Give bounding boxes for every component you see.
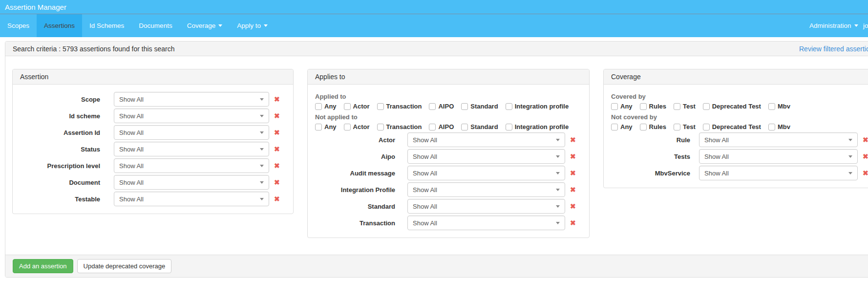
panel-title: Coverage	[604, 69, 868, 85]
review-filtered-assertions-link[interactable]: Review filtered assertions	[799, 45, 868, 53]
select-value: Show All	[119, 96, 144, 103]
clear-filter-icon[interactable]: ✖	[570, 219, 576, 226]
checkbox-box[interactable]	[611, 103, 618, 110]
not-applied-integration-profile-checkbox[interactable]: Integration profile	[506, 123, 569, 130]
checkbox-box[interactable]	[315, 124, 322, 130]
not-applied-standard-checkbox[interactable]: Standard	[461, 123, 498, 130]
clear-filter-icon[interactable]: ✖	[274, 195, 280, 202]
tab-coverage[interactable]: Coverage	[180, 14, 230, 37]
nav-username[interactable]: jo	[863, 14, 868, 37]
checkbox-box[interactable]	[429, 124, 436, 130]
clear-filter-icon[interactable]: ✖	[274, 129, 280, 136]
applied-integration-profile-checkbox[interactable]: Integration profile	[506, 103, 569, 110]
checkbox-label: Standard	[470, 123, 498, 130]
checkbox-box[interactable]	[640, 124, 647, 130]
id-scheme-filter-select[interactable]: Show All	[114, 108, 269, 123]
not-applied-transaction-checkbox[interactable]: Transaction	[377, 123, 422, 130]
tab-assertions[interactable]: Assertions	[37, 14, 82, 37]
clear-filter-icon[interactable]: ✖	[570, 203, 576, 210]
assertion-id-filter-select[interactable]: Show All	[114, 125, 269, 140]
not-covered-rules-checkbox[interactable]: Rules	[640, 123, 666, 130]
checkbox-box[interactable]	[674, 103, 680, 110]
add-assertion-button[interactable]: Add an assertion	[13, 259, 73, 273]
checkbox-box[interactable]	[640, 103, 647, 110]
not-applied-any-checkbox[interactable]: Any	[315, 123, 337, 130]
chevron-down-icon	[556, 189, 560, 191]
checkbox-box[interactable]	[461, 103, 468, 110]
tests-filter-select[interactable]: Show All	[699, 149, 858, 164]
tab-id-schemes[interactable]: Id Schemes	[82, 14, 131, 37]
covered-mbv-checkbox[interactable]: Mbv	[768, 103, 790, 110]
applied-actor-checkbox[interactable]: Actor	[344, 103, 370, 110]
checkbox-label: Test	[683, 123, 696, 130]
checkbox-box[interactable]	[344, 124, 351, 130]
covered-rules-checkbox[interactable]: Rules	[640, 103, 666, 110]
not-covered-deprecated-test-checkbox[interactable]: Deprecated Test	[703, 123, 761, 130]
covered-deprecated-test-checkbox[interactable]: Deprecated Test	[703, 103, 761, 110]
integration-profile-filter-select[interactable]: Show All	[407, 182, 565, 197]
checkbox-box[interactable]	[703, 103, 710, 110]
clear-filter-icon[interactable]: ✖	[274, 146, 280, 152]
tab-scopes[interactable]: Scopes	[0, 14, 37, 37]
clear-filter-icon[interactable]: ✖	[274, 96, 280, 103]
not-applied-aipo-checkbox[interactable]: AIPO	[429, 123, 454, 130]
prescription-level-filter-select[interactable]: Show All	[114, 158, 269, 173]
status-filter-select[interactable]: Show All	[114, 142, 269, 156]
nav-administration-menu[interactable]: Administration	[809, 14, 858, 37]
document-filter-select[interactable]: Show All	[114, 175, 269, 190]
checkbox-box[interactable]	[429, 103, 436, 110]
checkbox-label: Any	[620, 123, 633, 130]
chevron-down-icon	[260, 131, 264, 134]
app-title: Assertion Manager	[5, 3, 66, 11]
checkbox-box[interactable]	[611, 124, 618, 130]
mbvservice-filter-select[interactable]: Show All	[699, 166, 858, 180]
select-value: Show All	[413, 186, 437, 194]
not-applied-actor-checkbox[interactable]: Actor	[344, 123, 370, 130]
checkbox-box[interactable]	[344, 103, 351, 110]
covered-test-checkbox[interactable]: Test	[674, 103, 696, 110]
applied-standard-checkbox[interactable]: Standard	[461, 103, 498, 110]
clear-filter-icon[interactable]: ✖	[570, 136, 576, 143]
checkbox-box[interactable]	[377, 124, 384, 130]
scope-filter-select[interactable]: Show All	[114, 92, 269, 107]
actor-filter-select[interactable]: Show All	[407, 132, 565, 147]
clear-filter-icon[interactable]: ✖	[274, 162, 280, 169]
clear-filter-icon[interactable]: ✖	[274, 179, 280, 186]
applied-any-checkbox[interactable]: Any	[315, 103, 337, 110]
checkbox-box[interactable]	[768, 124, 775, 130]
checkbox-box[interactable]	[377, 103, 384, 110]
checkbox-box[interactable]	[506, 124, 512, 130]
checkbox-box[interactable]	[315, 103, 322, 110]
checkbox-box[interactable]	[506, 103, 512, 110]
tab-documents[interactable]: Documents	[131, 14, 179, 37]
clear-filter-icon[interactable]: ✖	[570, 186, 576, 193]
rule-filter-select[interactable]: Show All	[699, 132, 858, 147]
clear-filter-icon[interactable]: ✖	[570, 170, 576, 176]
covered-any-checkbox[interactable]: Any	[611, 103, 633, 110]
checkbox-box[interactable]	[461, 124, 468, 130]
testable-filter-select[interactable]: Show All	[114, 192, 269, 206]
main-nav: Scopes Assertions Id Schemes Documents C…	[0, 14, 868, 37]
tab-apply-to[interactable]: Apply to	[230, 14, 275, 37]
checkbox-box[interactable]	[703, 124, 710, 130]
clear-filter-icon[interactable]: ✖	[863, 170, 868, 176]
applied-transaction-checkbox[interactable]: Transaction	[377, 103, 422, 110]
not-covered-test-checkbox[interactable]: Test	[674, 123, 696, 130]
tab-label: Documents	[139, 22, 172, 29]
clear-filter-icon[interactable]: ✖	[570, 153, 576, 160]
checkbox-box[interactable]	[768, 103, 775, 110]
aipo-filter-select[interactable]: Show All	[407, 149, 565, 164]
clear-filter-icon[interactable]: ✖	[863, 136, 868, 143]
not-covered-mbv-checkbox[interactable]: Mbv	[768, 123, 790, 130]
audit-message-filter-select[interactable]: Show All	[407, 166, 565, 180]
not-covered-any-checkbox[interactable]: Any	[611, 123, 633, 130]
checkbox-box[interactable]	[674, 124, 680, 130]
field-label: Status	[20, 146, 100, 153]
clear-filter-icon[interactable]: ✖	[274, 112, 280, 119]
clear-filter-icon[interactable]: ✖	[863, 153, 868, 160]
applied-aipo-checkbox[interactable]: AIPO	[429, 103, 454, 110]
tab-label: Assertions	[44, 22, 75, 29]
standard-filter-select[interactable]: Show All	[407, 199, 565, 214]
update-deprecated-coverage-button[interactable]: Update deprecated coverage	[77, 259, 172, 273]
transaction-filter-select[interactable]: Show All	[407, 216, 565, 230]
